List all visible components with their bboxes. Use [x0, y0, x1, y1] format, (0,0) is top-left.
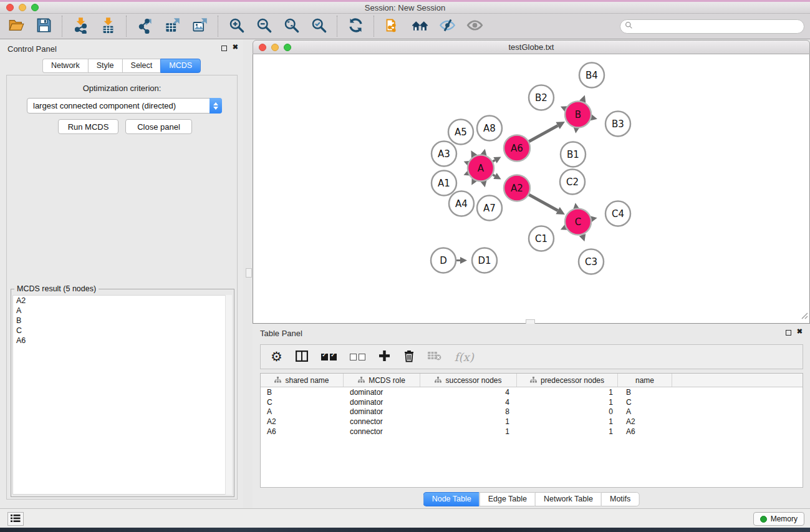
column-header-mcds-role[interactable]: MCDS role [344, 374, 420, 387]
table-cell[interactable]: C [618, 398, 672, 407]
zoom-in-button[interactable] [225, 16, 248, 36]
tab-edge-table[interactable]: Edge Table [480, 492, 535, 506]
result-item[interactable]: A [13, 306, 231, 316]
table-cell[interactable]: A2 [618, 417, 672, 426]
table-row[interactable]: Bdominator41B [261, 387, 803, 397]
new-network-from-selection-button[interactable] [381, 16, 403, 36]
table-row[interactable]: Adominator80A [261, 407, 803, 417]
import-table-button[interactable] [97, 16, 119, 36]
table-row[interactable]: A2connector11A2 [261, 417, 803, 427]
table-cell[interactable]: C [261, 398, 344, 407]
result-item[interactable]: C [13, 326, 231, 336]
first-neighbors-button[interactable] [408, 16, 431, 36]
resize-grip-icon[interactable] [801, 311, 808, 322]
table-cell[interactable]: A [261, 407, 344, 416]
export-network-button[interactable] [133, 16, 156, 36]
export-image-button[interactable] [188, 16, 211, 36]
table-cell[interactable]: A6 [618, 427, 672, 436]
delete-table-button[interactable] [428, 351, 441, 362]
table-cell[interactable]: 1 [517, 388, 618, 397]
graph-edge[interactable] [493, 175, 495, 176]
close-table-panel-icon[interactable]: ✖ [797, 327, 803, 336]
network-window-titlebar[interactable]: testGlobe.txt [253, 40, 810, 54]
show-all-button[interactable] [463, 16, 486, 36]
search-box[interactable] [620, 19, 804, 34]
deselect-all-columns-button[interactable] [350, 354, 365, 360]
graph-edge[interactable] [529, 195, 557, 211]
table-cell[interactable]: 1 [517, 417, 618, 426]
zoom-fit-icon [283, 17, 300, 36]
zoom-out-button[interactable] [253, 16, 275, 36]
vertical-divider-grip[interactable] [246, 268, 252, 278]
tab-select[interactable]: Select [122, 59, 161, 73]
apply-layout-button[interactable] [344, 16, 367, 36]
tab-node-table[interactable]: Node Table [423, 492, 480, 506]
table-cell[interactable]: 1 [420, 427, 517, 436]
table-cell[interactable]: dominator [344, 398, 420, 407]
float-table-panel-icon[interactable] [786, 330, 791, 336]
result-scrollbar[interactable] [225, 295, 232, 495]
column-header-successor-nodes[interactable]: successor nodes [420, 374, 517, 387]
column-header-predecessor-nodes[interactable]: predecessor nodes [517, 374, 618, 387]
result-item[interactable]: A6 [13, 336, 231, 346]
tab-style[interactable]: Style [88, 59, 122, 73]
table-cell[interactable]: 0 [517, 407, 618, 416]
export-table-button[interactable] [161, 16, 183, 36]
memory-button[interactable]: Memory [753, 512, 804, 526]
graph-node-label: A3 [438, 148, 450, 160]
tab-network[interactable]: Network [42, 59, 88, 73]
table-cell[interactable]: dominator [344, 407, 420, 416]
zoom-fit-button[interactable] [280, 16, 302, 36]
table-row[interactable]: Cdominator41C [261, 397, 803, 407]
table-cell[interactable]: B [618, 388, 672, 397]
zoom-selected-button[interactable] [307, 16, 330, 36]
hide-selected-button[interactable] [436, 16, 458, 36]
optimization-select[interactable]: largest connected component (directed) [27, 98, 222, 114]
delete-column-button[interactable] [403, 350, 415, 364]
run-mcds-button[interactable]: Run MCDS [58, 119, 118, 134]
show-column-panel-button[interactable] [296, 351, 308, 364]
table-settings-button[interactable]: ⚙ [271, 351, 282, 363]
graph-node-label: C1 [535, 233, 547, 244]
network-canvas[interactable]: AA6A2BCA1A3A4A5A7A8B1B2B3B4C1C2C3C4DD1 [253, 54, 810, 324]
result-item[interactable]: B [13, 316, 231, 326]
tab-mcds[interactable]: MCDS [160, 59, 201, 73]
table-cell[interactable]: 4 [420, 388, 517, 397]
table-cell[interactable]: 1 [420, 417, 517, 426]
graph-node-label: B2 [535, 92, 547, 104]
column-header-shared-name[interactable]: shared name [261, 374, 344, 387]
table-row[interactable]: A6connector11A6 [261, 427, 803, 437]
add-column-button[interactable] [378, 350, 390, 364]
graph-edge[interactable] [529, 125, 557, 142]
column-header-name[interactable]: name [618, 374, 672, 387]
table-cell[interactable]: 8 [420, 407, 517, 416]
save-session-button[interactable] [32, 16, 55, 36]
table-cell[interactable]: B [261, 388, 344, 397]
table-cell[interactable]: 4 [420, 398, 517, 407]
table-cell[interactable]: connector [344, 427, 420, 436]
close-panel-icon[interactable]: ✖ [233, 43, 238, 51]
table-cell[interactable]: connector [344, 417, 420, 426]
tab-network-table[interactable]: Network Table [535, 492, 601, 506]
function-builder-button[interactable]: f(x) [455, 351, 474, 364]
panel-list-button[interactable] [7, 512, 24, 526]
import-network-button[interactable] [69, 16, 92, 36]
search-input[interactable] [633, 21, 804, 32]
close-panel-button[interactable]: Close panel [125, 119, 192, 134]
plus-icon [378, 350, 390, 364]
tab-motifs[interactable]: Motifs [601, 492, 639, 506]
table-cell[interactable]: A [618, 407, 672, 416]
table-cell[interactable]: 1 [517, 398, 618, 407]
graph-node-label: A7 [483, 203, 496, 214]
result-item[interactable]: A2 [13, 296, 231, 306]
open-session-button[interactable] [5, 16, 27, 36]
table-cell[interactable]: 1 [517, 427, 618, 436]
mcds-result-group: MCDS result (5 nodes) A2ABCA6 [11, 289, 234, 497]
float-panel-icon[interactable] [221, 46, 227, 51]
table-cell[interactable]: A2 [261, 417, 344, 426]
mcds-result-list[interactable]: A2ABCA6 [12, 295, 232, 495]
table-cell[interactable]: dominator [344, 388, 420, 397]
select-all-columns-button[interactable] [321, 354, 337, 360]
graph-edge[interactable] [493, 160, 495, 162]
table-cell[interactable]: A6 [261, 427, 344, 436]
